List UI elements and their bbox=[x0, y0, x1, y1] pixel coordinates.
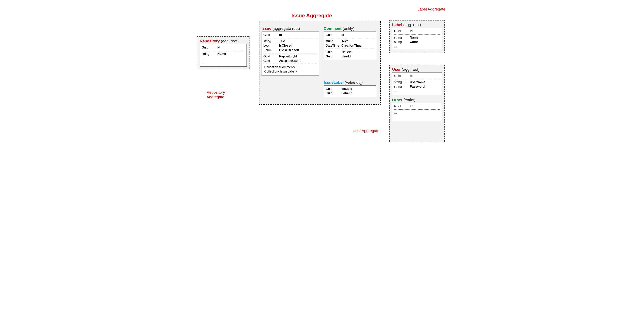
entity-user: User (agg. root) GuidIdstringUserNamestr… bbox=[392, 67, 442, 95]
entity-role: (value obj) bbox=[345, 80, 363, 85]
property-row: GuidLabelId bbox=[326, 91, 374, 96]
property-row: GuidRepositoryId bbox=[264, 54, 317, 59]
property-row: GuidId bbox=[394, 29, 440, 34]
entity-repository: Repository (agg. root) GuidIdstringName…… bbox=[200, 39, 247, 67]
property-row: stringName bbox=[202, 52, 245, 56]
entity-name: IssueLabel bbox=[324, 80, 344, 85]
entity-name: Issue bbox=[262, 26, 271, 31]
caption-label-aggregate: Label Aggregate bbox=[418, 7, 446, 12]
entity-issuelabel: IssueLabel (value obj) GuidIssueIdGuidLa… bbox=[324, 80, 376, 97]
property-row: … bbox=[394, 89, 440, 93]
property-row: … bbox=[394, 111, 440, 115]
aggregate-label: Label (agg. root) GuidIdstringNamestring… bbox=[390, 20, 444, 53]
property-row: EnumCloseReason bbox=[264, 48, 317, 52]
aggregate-user: User (agg. root) GuidIdstringUserNamestr… bbox=[390, 65, 444, 142]
entity-body: GuidIdstringNamestringColor… bbox=[392, 28, 442, 50]
property-row: boolIsClosed bbox=[264, 44, 317, 48]
entity-issue: Issue (aggregate root) GuidIdstringTextb… bbox=[262, 26, 319, 76]
property-row: GuidId bbox=[202, 45, 245, 50]
property-row: GuidIssueId bbox=[326, 87, 374, 91]
entity-name: Repository bbox=[200, 39, 220, 43]
property-row: stringColor bbox=[394, 40, 440, 44]
entity-comment: Comment (entity) GuidIdstringTextDateTim… bbox=[324, 26, 376, 60]
entity-body: GuidIdstringTextboolIsClosedEnumCloseRea… bbox=[262, 32, 319, 76]
property-row: ICollection<Comment> bbox=[264, 65, 317, 69]
entity-role: (entity) bbox=[404, 98, 415, 102]
entity-name: Other bbox=[392, 98, 402, 102]
entity-role: (entity) bbox=[342, 26, 354, 31]
property-row: GuidIssueId bbox=[326, 50, 374, 54]
property-row: GuidId bbox=[326, 33, 374, 37]
entity-body: GuidIdstringUserNamestringPassword… bbox=[392, 73, 442, 95]
property-row: DateTimeCreationTime bbox=[326, 44, 374, 48]
diagram-title-issue-aggregate: Issue Aggregate bbox=[292, 13, 332, 19]
property-row: stringText bbox=[264, 39, 317, 44]
property-row: stringText bbox=[326, 39, 374, 44]
property-row: … bbox=[202, 56, 245, 61]
caption-repository-aggregate: RepositoryAggregate bbox=[206, 90, 231, 100]
entity-role: (agg. root) bbox=[402, 67, 420, 72]
relationship-arrows bbox=[192, 4, 244, 30]
entity-role: (aggregate root) bbox=[272, 26, 300, 31]
property-row: GuidId bbox=[394, 74, 440, 78]
entity-other: Other (entity) GuidId…… bbox=[392, 98, 442, 121]
entity-body: GuidIssueIdGuidLabelId bbox=[324, 86, 376, 97]
entity-name: User bbox=[392, 67, 401, 72]
entity-body: GuidId…… bbox=[392, 103, 442, 121]
entity-label: Label (agg. root) GuidIdstringNamestring… bbox=[392, 23, 442, 50]
entity-body: GuidIdstringName…… bbox=[200, 44, 247, 67]
caption-user-aggregate: User Aggregate bbox=[353, 129, 380, 133]
property-row: stringPassword bbox=[394, 84, 440, 89]
entity-name: Comment bbox=[324, 26, 342, 31]
property-row: stringUserName bbox=[394, 80, 440, 84]
aggregate-repository: Repository (agg. root) GuidIdstringName…… bbox=[197, 37, 250, 69]
entity-role: (agg. root) bbox=[221, 39, 239, 43]
property-row: ICollection<IssueLabel> bbox=[264, 69, 317, 74]
property-row: GuidUserId bbox=[326, 54, 374, 59]
property-row: stringName bbox=[394, 35, 440, 40]
aggregate-issue: Issue (aggregate root) GuidIdstringTextb… bbox=[259, 21, 381, 105]
property-row: … bbox=[394, 44, 440, 49]
property-row: … bbox=[202, 61, 245, 65]
entity-name: Label bbox=[392, 23, 402, 27]
property-row: GuidId bbox=[264, 33, 317, 37]
property-row: GuidId bbox=[394, 104, 440, 109]
entity-role: (agg. root) bbox=[403, 23, 421, 27]
property-row: GuidAssignedUserId bbox=[264, 59, 317, 63]
property-row: … bbox=[394, 115, 440, 119]
entity-body: GuidIdstringTextDateTimeCreationTimeGuid… bbox=[324, 32, 376, 60]
